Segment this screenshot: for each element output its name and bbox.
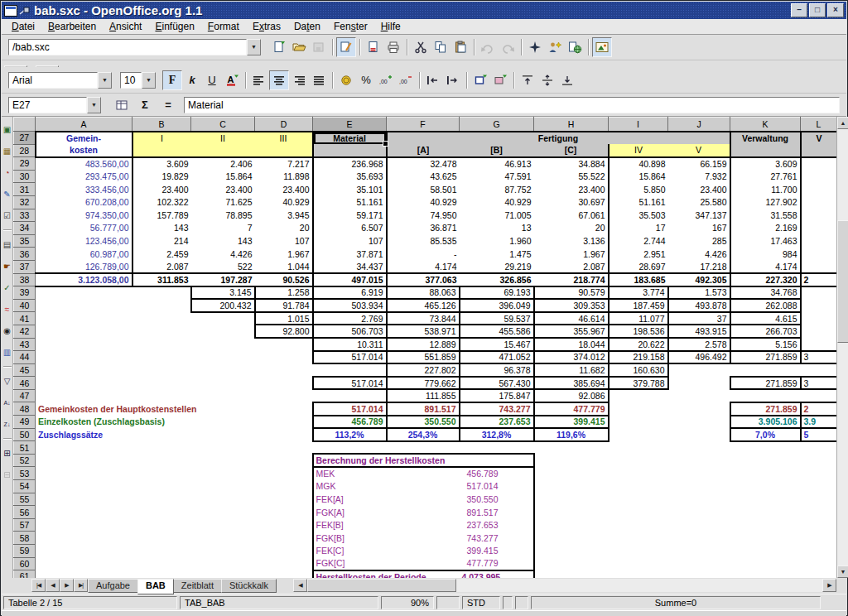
cell-F54[interactable]: [387, 480, 460, 493]
cell-K54[interactable]: [730, 480, 801, 493]
title-bar[interactable]: bab.sxc - OpenOffice.org 1.1 – □ ×: [2, 2, 846, 19]
edit-file-icon[interactable]: [336, 37, 356, 57]
cell-J50[interactable]: [668, 428, 730, 441]
cell-K37[interactable]: 4.174: [730, 260, 801, 273]
align-center-icon[interactable]: [269, 70, 289, 90]
cell-K45[interactable]: [730, 363, 801, 377]
column-header-J[interactable]: J: [668, 118, 730, 132]
cell-A57[interactable]: [36, 518, 132, 532]
cell-C49[interactable]: [191, 416, 255, 429]
cell-L31[interactable]: [801, 183, 837, 196]
cell-I60[interactable]: [609, 557, 668, 570]
cell-A37[interactable]: 126.789,00: [36, 260, 132, 273]
cell-L61[interactable]: [801, 570, 837, 578]
cell-D50[interactable]: [255, 428, 313, 441]
menu-daten[interactable]: Daten: [287, 20, 327, 33]
row-header-30[interactable]: 30: [14, 170, 36, 183]
cell-L51[interactable]: [801, 441, 837, 455]
cell-K56[interactable]: [730, 506, 801, 519]
cell-L44[interactable]: 3: [801, 351, 837, 364]
cell-I57[interactable]: [609, 518, 668, 532]
cell-F30[interactable]: 43.625: [387, 170, 460, 183]
cell-J42[interactable]: 493.915: [668, 325, 730, 338]
cell-G37[interactable]: 29.219: [460, 260, 534, 273]
cell-C42[interactable]: [191, 325, 255, 338]
cell-B30[interactable]: 19.829: [132, 170, 191, 183]
column-header-D[interactable]: D: [255, 118, 313, 132]
cell-H40[interactable]: 309.353: [534, 299, 609, 312]
cell-I51[interactable]: [609, 441, 668, 455]
currency-icon[interactable]: [336, 70, 356, 90]
cell-E33[interactable]: 59.171: [313, 209, 387, 222]
cell-G33[interactable]: 71.005: [460, 209, 534, 222]
horizontal-scroll-thumb[interactable]: [307, 579, 456, 592]
align-top-icon[interactable]: [518, 70, 537, 90]
column-header-L[interactable]: L: [801, 118, 837, 132]
cell-D45[interactable]: [255, 363, 313, 377]
row-header-35[interactable]: 35: [14, 234, 36, 248]
cell-L29[interactable]: [801, 157, 837, 171]
cell-K58[interactable]: [730, 532, 801, 545]
status-zoom-level[interactable]: 90%: [381, 596, 434, 609]
cell-K38[interactable]: 227.320: [730, 273, 801, 286]
cell-D59[interactable]: [255, 545, 313, 558]
cell-J38[interactable]: 492.305: [668, 273, 730, 286]
cell-I52[interactable]: [609, 454, 668, 467]
column-header-E[interactable]: E: [313, 118, 387, 132]
cell-C43[interactable]: [191, 338, 255, 351]
cell-C41[interactable]: [191, 312, 255, 325]
column-header-A[interactable]: A: [36, 118, 132, 132]
save-icon[interactable]: [309, 37, 329, 57]
cell-L56[interactable]: [801, 506, 837, 519]
cell-C44[interactable]: [191, 351, 255, 364]
cell-D32[interactable]: 40.929: [255, 195, 313, 209]
cell-D38[interactable]: 90.526: [255, 273, 313, 286]
cell-I40[interactable]: 187.459: [609, 299, 668, 312]
row-header-41[interactable]: 41: [14, 312, 36, 325]
menu-datei[interactable]: Datei: [5, 20, 41, 33]
insert-chart-icon[interactable]: ◔: [2, 163, 12, 181]
cell-L46[interactable]: 3: [801, 377, 837, 390]
cell-L55[interactable]: [801, 493, 837, 506]
cell-I33[interactable]: 35.503: [609, 209, 668, 222]
cell-A46[interactable]: [36, 377, 132, 390]
cell-L47[interactable]: [801, 389, 837, 402]
cell-E38[interactable]: 497.015: [313, 273, 387, 286]
cell-D61[interactable]: [255, 570, 313, 578]
cell-B46[interactable]: [132, 377, 191, 390]
row-header-53[interactable]: 53: [14, 467, 36, 480]
cell-B38[interactable]: 311.853: [132, 273, 191, 286]
cell-H43[interactable]: 18.044: [534, 338, 609, 351]
cell-E61[interactable]: Herstellkosten der Periode: [313, 570, 387, 578]
cell-E46[interactable]: 517.014: [313, 377, 387, 390]
cell-I31[interactable]: 5.850: [609, 183, 668, 196]
cell-I47[interactable]: [609, 389, 668, 402]
cell-K49[interactable]: 3.905.106: [730, 416, 801, 429]
cell-E58[interactable]: FGK[B]: [313, 532, 387, 545]
cell-G35[interactable]: 1.960: [460, 234, 534, 248]
cell-F32[interactable]: 40.929: [387, 195, 460, 209]
cell-E56[interactable]: FGK[A]: [313, 506, 387, 519]
cell-A50[interactable]: Zuschlagssätze: [36, 428, 132, 441]
font-name-combo[interactable]: ▼: [8, 72, 112, 89]
cell-G39[interactable]: 69.193: [460, 286, 534, 300]
cell-F46[interactable]: 779.662: [387, 377, 460, 390]
row-header-55[interactable]: 55: [14, 493, 36, 506]
column-header-F[interactable]: F: [387, 118, 460, 132]
cell-K51[interactable]: [730, 441, 801, 455]
row-header-39[interactable]: 39: [14, 286, 36, 300]
cell-E44[interactable]: 517.014: [313, 351, 387, 364]
cell-D56[interactable]: [255, 506, 313, 519]
sort-ascending-icon[interactable]: A↓: [2, 393, 12, 411]
cell-J44[interactable]: 496.492: [668, 351, 730, 364]
cell-C40[interactable]: 200.432: [191, 299, 255, 312]
cell-L54[interactable]: [801, 480, 837, 493]
cell-J37[interactable]: 17.218: [668, 260, 730, 273]
italic-icon[interactable]: k: [182, 70, 202, 90]
cell-G32[interactable]: 40.929: [460, 195, 534, 209]
cell-C27[interactable]: II: [191, 132, 255, 145]
cell-I41[interactable]: 11.077: [609, 312, 668, 325]
cell-H36[interactable]: 1.967: [534, 248, 609, 261]
cell-D27[interactable]: III: [255, 132, 313, 145]
cell-D29[interactable]: 7.217: [255, 157, 313, 171]
